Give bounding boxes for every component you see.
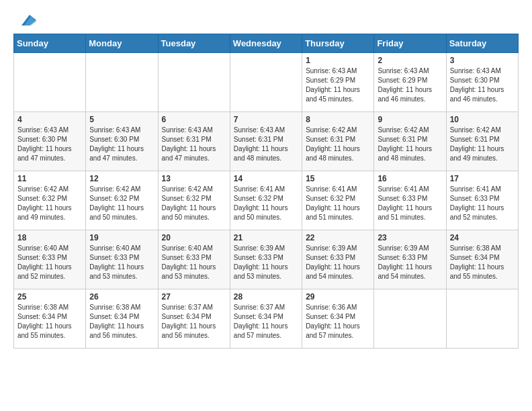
calendar-cell: 4Sunrise: 6:43 AM Sunset: 6:30 PM Daylig… [14,112,86,171]
calendar-cell: 25Sunrise: 6:38 AM Sunset: 6:34 PM Dayli… [14,289,86,349]
calendar-header-row: SundayMondayTuesdayWednesdayThursdayFrid… [14,34,519,53]
day-info: Sunrise: 6:41 AM Sunset: 6:32 PM Dayligh… [234,185,298,222]
calendar-cell: 3Sunrise: 6:43 AM Sunset: 6:30 PM Daylig… [446,53,518,112]
day-info: Sunrise: 6:41 AM Sunset: 6:32 PM Dayligh… [306,185,370,222]
day-info: Sunrise: 6:39 AM Sunset: 6:33 PM Dayligh… [378,244,442,281]
calendar-cell: 12Sunrise: 6:42 AM Sunset: 6:32 PM Dayli… [86,171,158,230]
day-number: 2 [378,56,442,65]
day-info: Sunrise: 6:41 AM Sunset: 6:33 PM Dayligh… [450,185,515,222]
day-header-sunday: Sunday [14,34,86,53]
calendar-cell: 10Sunrise: 6:42 AM Sunset: 6:31 PM Dayli… [446,112,518,171]
day-info: Sunrise: 6:43 AM Sunset: 6:31 PM Dayligh… [162,126,226,163]
week-row-2: 11Sunrise: 6:42 AM Sunset: 6:32 PM Dayli… [14,171,519,230]
day-info: Sunrise: 6:43 AM Sunset: 6:31 PM Dayligh… [234,126,298,163]
day-number: 28 [234,292,298,302]
page: SundayMondayTuesdayWednesdayThursdayFrid… [0,0,532,355]
calendar-cell: 8Sunrise: 6:42 AM Sunset: 6:31 PM Daylig… [302,112,374,171]
day-header-wednesday: Wednesday [230,34,302,53]
day-number: 8 [306,115,370,124]
day-header-friday: Friday [374,34,446,53]
day-info: Sunrise: 6:42 AM Sunset: 6:31 PM Dayligh… [378,126,442,163]
day-number: 26 [89,292,154,302]
day-info: Sunrise: 6:42 AM Sunset: 6:31 PM Dayligh… [450,126,515,163]
day-number: 23 [378,233,442,242]
day-info: Sunrise: 6:40 AM Sunset: 6:33 PM Dayligh… [162,244,226,281]
day-info: Sunrise: 6:43 AM Sunset: 6:29 PM Dayligh… [306,66,370,104]
day-info: Sunrise: 6:40 AM Sunset: 6:33 PM Dayligh… [17,244,82,281]
week-row-3: 18Sunrise: 6:40 AM Sunset: 6:33 PM Dayli… [14,230,519,289]
calendar-cell: 23Sunrise: 6:39 AM Sunset: 6:33 PM Dayli… [374,230,446,289]
day-header-tuesday: Tuesday [158,34,230,53]
day-number: 15 [306,174,370,183]
day-number: 17 [450,174,515,183]
week-row-1: 4Sunrise: 6:43 AM Sunset: 6:30 PM Daylig… [14,112,519,171]
day-info: Sunrise: 6:42 AM Sunset: 6:32 PM Dayligh… [89,185,154,222]
day-number: 1 [306,56,370,65]
day-info: Sunrise: 6:41 AM Sunset: 6:33 PM Dayligh… [378,185,442,222]
day-number: 5 [89,115,154,124]
logo-icon [15,12,36,27]
day-header-monday: Monday [86,34,158,53]
day-number: 27 [162,292,226,302]
week-row-0: 1Sunrise: 6:43 AM Sunset: 6:29 PM Daylig… [14,53,519,112]
logo [13,12,36,27]
day-number: 3 [450,56,515,65]
calendar-table: SundayMondayTuesdayWednesdayThursdayFrid… [13,34,519,349]
day-info: Sunrise: 6:38 AM Sunset: 6:34 PM Dayligh… [450,244,515,281]
day-number: 19 [89,233,154,242]
day-number: 21 [234,233,298,242]
header [13,12,519,27]
week-row-4: 25Sunrise: 6:38 AM Sunset: 6:34 PM Dayli… [14,289,519,349]
calendar-cell: 2Sunrise: 6:43 AM Sunset: 6:29 PM Daylig… [374,53,446,112]
calendar-cell: 18Sunrise: 6:40 AM Sunset: 6:33 PM Dayli… [14,230,86,289]
calendar-cell [446,289,518,349]
day-info: Sunrise: 6:43 AM Sunset: 6:30 PM Dayligh… [17,126,82,163]
day-info: Sunrise: 6:40 AM Sunset: 6:33 PM Dayligh… [89,244,154,281]
day-number: 16 [378,174,442,183]
day-number: 29 [306,292,370,302]
day-number: 14 [234,174,298,183]
calendar-cell [86,53,158,112]
calendar-cell: 24Sunrise: 6:38 AM Sunset: 6:34 PM Dayli… [446,230,518,289]
calendar-cell: 29Sunrise: 6:36 AM Sunset: 6:34 PM Dayli… [302,289,374,349]
calendar-cell: 22Sunrise: 6:39 AM Sunset: 6:33 PM Dayli… [302,230,374,289]
day-number: 11 [17,174,82,183]
calendar-cell [374,289,446,349]
day-number: 20 [162,233,226,242]
calendar-cell: 13Sunrise: 6:42 AM Sunset: 6:32 PM Dayli… [158,171,230,230]
calendar-cell: 9Sunrise: 6:42 AM Sunset: 6:31 PM Daylig… [374,112,446,171]
calendar-cell: 11Sunrise: 6:42 AM Sunset: 6:32 PM Dayli… [14,171,86,230]
day-info: Sunrise: 6:37 AM Sunset: 6:34 PM Dayligh… [162,303,226,340]
day-number: 4 [17,115,82,124]
day-number: 13 [162,174,226,183]
day-info: Sunrise: 6:42 AM Sunset: 6:31 PM Dayligh… [306,126,370,163]
calendar-cell: 17Sunrise: 6:41 AM Sunset: 6:33 PM Dayli… [446,171,518,230]
day-info: Sunrise: 6:43 AM Sunset: 6:30 PM Dayligh… [89,126,154,163]
day-number: 7 [234,115,298,124]
calendar-cell: 19Sunrise: 6:40 AM Sunset: 6:33 PM Dayli… [86,230,158,289]
calendar-cell: 6Sunrise: 6:43 AM Sunset: 6:31 PM Daylig… [158,112,230,171]
day-number: 9 [378,115,442,124]
calendar-cell: 27Sunrise: 6:37 AM Sunset: 6:34 PM Dayli… [158,289,230,349]
day-number: 12 [89,174,154,183]
calendar-cell [230,53,302,112]
day-info: Sunrise: 6:39 AM Sunset: 6:33 PM Dayligh… [234,244,298,281]
calendar-cell: 28Sunrise: 6:37 AM Sunset: 6:34 PM Dayli… [230,289,302,349]
day-header-thursday: Thursday [302,34,374,53]
day-info: Sunrise: 6:43 AM Sunset: 6:30 PM Dayligh… [450,66,515,104]
day-number: 18 [17,233,82,242]
calendar-cell: 7Sunrise: 6:43 AM Sunset: 6:31 PM Daylig… [230,112,302,171]
calendar-cell: 14Sunrise: 6:41 AM Sunset: 6:32 PM Dayli… [230,171,302,230]
day-number: 24 [450,233,515,242]
calendar-cell: 16Sunrise: 6:41 AM Sunset: 6:33 PM Dayli… [374,171,446,230]
calendar-cell [14,53,86,112]
day-header-saturday: Saturday [446,34,518,53]
day-number: 25 [17,292,82,302]
day-info: Sunrise: 6:42 AM Sunset: 6:32 PM Dayligh… [162,185,226,222]
day-info: Sunrise: 6:38 AM Sunset: 6:34 PM Dayligh… [17,303,82,340]
calendar-cell: 21Sunrise: 6:39 AM Sunset: 6:33 PM Dayli… [230,230,302,289]
day-info: Sunrise: 6:36 AM Sunset: 6:34 PM Dayligh… [306,303,370,340]
day-info: Sunrise: 6:39 AM Sunset: 6:33 PM Dayligh… [306,244,370,281]
calendar-cell: 26Sunrise: 6:38 AM Sunset: 6:34 PM Dayli… [86,289,158,349]
day-info: Sunrise: 6:42 AM Sunset: 6:32 PM Dayligh… [17,185,82,222]
